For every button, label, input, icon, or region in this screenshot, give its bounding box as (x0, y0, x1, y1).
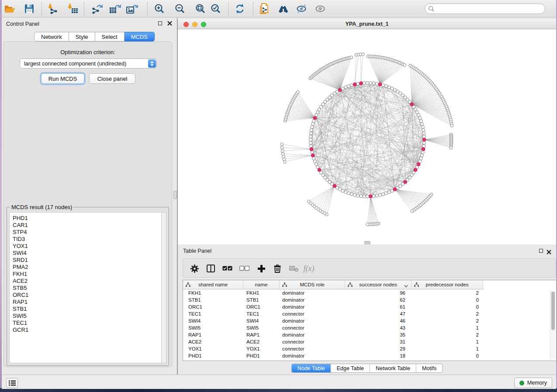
table-cell[interactable]: SWI5 (183, 324, 243, 331)
table-cell[interactable]: ACE2 (183, 338, 243, 345)
tab-node-table[interactable]: Node Table (292, 364, 331, 372)
add-column-button[interactable] (255, 262, 268, 275)
mcds-result-item[interactable]: SRD1 (13, 257, 161, 264)
tab-select[interactable]: Select (95, 32, 125, 41)
table-row[interactable]: RAP1RAP1dominator352 (183, 331, 556, 338)
table-cell[interactable]: YOX1 (243, 345, 280, 352)
deselect-all-button[interactable] (238, 262, 251, 275)
table-cell[interactable]: 35 (345, 331, 412, 338)
table-row[interactable]: TEC1TEC1connector472 (183, 310, 556, 317)
tab-network-table[interactable]: Network Table (370, 364, 416, 372)
table-cell[interactable]: TEC1 (243, 310, 280, 317)
search-input[interactable] (434, 4, 545, 13)
column-header-successor-nodes[interactable]: successor nodes (345, 280, 412, 289)
table-cell[interactable]: 47 (345, 310, 412, 317)
table-cell[interactable]: ORC1 (243, 303, 280, 310)
table-cell[interactable]: FKH1 (183, 289, 243, 296)
column-header-shared-name[interactable]: shared name (183, 280, 243, 289)
table-cell[interactable]: STB1 (243, 296, 280, 303)
network-window-titlebar[interactable]: YPA_prune.txt_1 (178, 19, 556, 29)
table-cell[interactable]: 1 (412, 345, 483, 352)
refresh-view-button[interactable] (232, 1, 247, 16)
table-cell[interactable]: 31 (345, 338, 412, 345)
table-cell[interactable]: 1 (412, 324, 483, 331)
mcds-result-item[interactable]: STB1 (13, 306, 161, 313)
table-cell[interactable]: dominator (280, 296, 345, 303)
table-cell[interactable]: 2 (412, 331, 483, 338)
close-table-panel-icon[interactable] (547, 248, 551, 253)
export-network-button[interactable] (90, 1, 104, 16)
memory-button[interactable]: Memory (514, 378, 552, 388)
table-cell[interactable]: 61 (345, 303, 412, 310)
mcds-result-item[interactable]: ACE2 (13, 278, 161, 285)
table-cell[interactable]: 0 (412, 303, 483, 310)
table-cell[interactable]: dominator (280, 352, 345, 359)
tab-edge-table[interactable]: Edge Table (331, 364, 370, 372)
zoom-fit-button[interactable] (193, 1, 208, 16)
column-header-MCDS-role[interactable]: MCDS role (280, 280, 345, 289)
table-cell[interactable]: 2 (412, 310, 483, 317)
table-cell[interactable]: RAP1 (183, 331, 243, 338)
import-table-button[interactable] (66, 1, 80, 16)
show-hide-panel-button[interactable] (294, 1, 309, 16)
table-cell[interactable]: 18 (345, 352, 412, 359)
mcds-result-item[interactable]: ORC1 (13, 292, 161, 299)
save-session-button[interactable] (22, 1, 37, 16)
zoom-selected-button[interactable] (208, 1, 223, 16)
open-session-button[interactable] (2, 1, 17, 16)
column-header-name[interactable]: name (243, 280, 280, 289)
table-cell[interactable]: dominator (280, 331, 345, 338)
tab-network[interactable]: Network (34, 32, 69, 41)
table-cell[interactable]: 0 (412, 352, 483, 359)
table-cell[interactable]: 46 (345, 317, 412, 324)
table-cell[interactable]: connector (280, 345, 345, 352)
table-cell[interactable]: 1 (412, 338, 483, 345)
delete-column-button[interactable] (271, 262, 284, 275)
export-image-button[interactable] (125, 1, 139, 16)
close-mcds-button[interactable]: Close panel (89, 73, 135, 84)
table-cell[interactable]: ORC1 (183, 303, 243, 310)
mcds-result-item[interactable]: GCR1 (13, 327, 161, 334)
table-row[interactable]: SWI5SWI5connector431 (183, 324, 556, 331)
table-cell[interactable]: FKH1 (243, 289, 280, 296)
table-cell[interactable]: RAP1 (243, 331, 280, 338)
table-row[interactable]: FKH1FKH1dominator962 (183, 289, 556, 296)
table-cell[interactable]: 2 (412, 289, 483, 296)
tab-style[interactable]: Style (69, 32, 95, 41)
table-cell[interactable]: dominator (280, 289, 345, 296)
import-network-button[interactable] (46, 1, 61, 16)
table-cell[interactable]: connector (280, 338, 345, 345)
table-row[interactable]: YOX1YOX1connector291 (183, 345, 556, 352)
mcds-result-item[interactable]: PHD1 (13, 215, 161, 222)
result-scrollbar[interactable] (161, 212, 166, 363)
select-all-button[interactable] (221, 262, 234, 275)
mcds-result-item[interactable]: PMA2 (13, 264, 161, 271)
table-cell[interactable]: 43 (345, 324, 412, 331)
table-cell[interactable]: PHD1 (183, 352, 243, 359)
table-cell[interactable]: YOX1 (183, 345, 243, 352)
mcds-result-item[interactable]: SWI4 (13, 250, 161, 257)
float-panel-icon[interactable] (158, 21, 162, 25)
table-cell[interactable]: TEC1 (183, 310, 243, 317)
close-panel-icon[interactable] (167, 21, 172, 26)
run-mcds-button[interactable]: Run MCDS (41, 73, 84, 84)
table-cell[interactable]: 62 (345, 296, 412, 303)
mcds-result-item[interactable]: STB5 (13, 285, 161, 292)
zoom-in-button[interactable] (152, 1, 167, 16)
tab-motifs[interactable]: Motifs (416, 364, 442, 372)
scrollbar-thumb[interactable] (551, 292, 555, 330)
mcds-result-item[interactable]: SWI5 (13, 313, 161, 320)
table-cell[interactable]: 2 (412, 317, 483, 324)
table-scrollbar[interactable] (550, 290, 555, 360)
table-row[interactable]: ACE2ACE2connector311 (183, 338, 556, 345)
table-cell[interactable]: 29 (345, 345, 412, 352)
table-cell[interactable]: 96 (345, 289, 412, 296)
table-row[interactable]: ORC1ORC1dominator610 (183, 303, 556, 310)
mcds-result-item[interactable]: CAR1 (13, 222, 161, 229)
float-table-panel-icon[interactable] (539, 249, 543, 253)
table-row[interactable]: SWI4SWI4dominator462 (183, 317, 556, 324)
table-cell[interactable]: ACE2 (243, 338, 280, 345)
table-cell[interactable]: connector (280, 310, 345, 317)
table-cell[interactable]: connector (280, 324, 345, 331)
export-table-button[interactable] (107, 1, 122, 16)
